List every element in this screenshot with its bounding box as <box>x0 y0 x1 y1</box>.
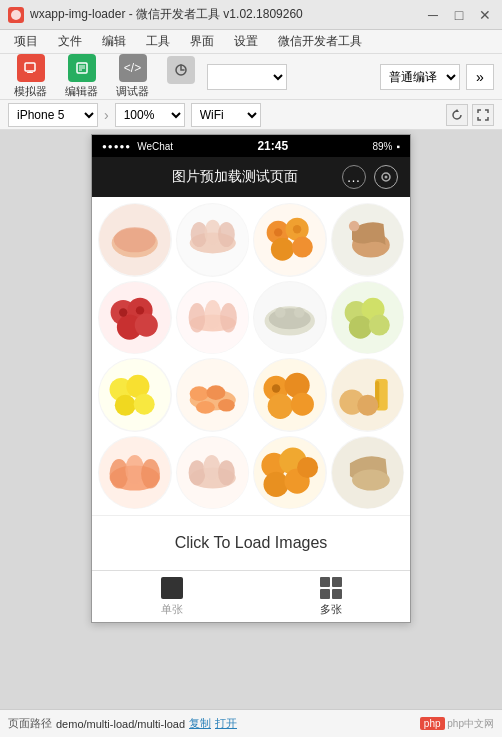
logo-text: php php中文网 <box>420 717 494 731</box>
editor-icon <box>68 54 96 82</box>
device-bar: iPhone 5 › 100% WiFi <box>0 100 502 130</box>
svg-point-35 <box>119 308 127 316</box>
svg-point-61 <box>195 401 214 414</box>
svg-point-66 <box>268 394 293 419</box>
nav-title: 图片预加载测试页面 <box>172 168 298 186</box>
menu-wechat-tools[interactable]: 微信开发者工具 <box>270 31 370 52</box>
signal-dots: ●●●●● <box>102 142 131 151</box>
compile-button[interactable]: - <box>161 52 201 102</box>
window-title: wxapp-img-loader - 微信开发者工具 v1.02.1809260 <box>30 6 303 23</box>
path-value: demo/multi-load/multi-load <box>56 718 185 730</box>
svg-rect-2 <box>27 72 33 73</box>
svg-point-82 <box>203 454 220 479</box>
network-select[interactable]: WiFi <box>191 103 261 127</box>
food-image-11 <box>253 358 327 432</box>
svg-point-67 <box>291 393 314 416</box>
svg-point-62 <box>218 399 235 412</box>
food-image-4 <box>331 203 405 277</box>
phone-tab-bar: 单张 多张 <box>92 570 410 622</box>
compile-icon <box>167 56 195 84</box>
svg-point-51 <box>368 314 389 335</box>
status-time: 21:45 <box>257 139 288 153</box>
svg-point-40 <box>204 299 221 328</box>
phone-status-bar: ●●●●● WeChat 21:45 89% ▪ <box>92 135 410 157</box>
menu-interface[interactable]: 界面 <box>182 31 222 52</box>
svg-point-56 <box>134 394 155 415</box>
food-image-12 <box>331 358 405 432</box>
tab-single[interactable]: 单张 <box>92 571 251 622</box>
menu-edit[interactable]: 编辑 <box>94 31 134 52</box>
simulator-button[interactable]: 模拟器 <box>8 50 53 103</box>
fullscreen-button[interactable] <box>472 104 494 126</box>
window-controls: ─ □ ✕ <box>424 6 494 24</box>
battery-pct: 89% <box>372 141 392 152</box>
svg-point-83 <box>218 460 235 485</box>
battery-icon: ▪ <box>396 141 400 152</box>
svg-point-89 <box>297 457 318 478</box>
zoom-select[interactable]: 100% <box>115 103 185 127</box>
device-select[interactable]: iPhone 5 <box>8 103 98 127</box>
editor-button[interactable]: 编辑器 <box>59 50 104 103</box>
svg-point-91 <box>352 469 390 490</box>
simulator-area: ●●●●● WeChat 21:45 89% ▪ 图片预加载测试页面 … <box>0 130 502 709</box>
title-bar: wxapp-img-loader - 微信开发者工具 v1.02.1809260… <box>0 0 502 30</box>
svg-point-78 <box>141 459 160 488</box>
food-image-2 <box>176 203 250 277</box>
tab-multi-label: 多张 <box>320 602 342 617</box>
single-icon <box>161 577 183 599</box>
tab-multi[interactable]: 多张 <box>251 571 410 622</box>
nav-circle-button[interactable] <box>374 165 398 189</box>
food-image-7 <box>253 281 327 355</box>
compile-dropdown[interactable] <box>207 64 287 90</box>
svg-point-0 <box>11 10 21 20</box>
image-grid <box>92 197 410 515</box>
path-label: 页面路径 <box>8 716 52 731</box>
menu-tools[interactable]: 工具 <box>138 31 178 52</box>
simulator-label: 模拟器 <box>14 84 47 99</box>
svg-point-68 <box>272 384 280 392</box>
svg-point-23 <box>271 238 294 261</box>
debugger-icon: </> <box>119 54 147 82</box>
svg-point-11 <box>385 176 388 179</box>
svg-point-76 <box>110 459 129 488</box>
phone-nav-bar: 图片预加载测试页面 … <box>92 157 410 197</box>
svg-point-46 <box>294 307 305 318</box>
tab-single-label: 单张 <box>161 602 183 617</box>
toolbar: 模拟器 编辑器 </> 调试器 - 普通编译 <box>0 54 502 100</box>
svg-point-81 <box>188 460 205 485</box>
expand-toolbar-button[interactable]: » <box>466 64 494 90</box>
svg-point-50 <box>348 315 371 338</box>
minimize-button[interactable]: ─ <box>424 6 442 24</box>
svg-rect-1 <box>25 63 35 71</box>
svg-point-55 <box>115 395 136 416</box>
svg-point-14 <box>114 227 156 252</box>
menu-settings[interactable]: 设置 <box>226 31 266 52</box>
open-link[interactable]: 打开 <box>215 716 237 731</box>
food-image-3 <box>253 203 327 277</box>
nav-more-button[interactable]: … <box>342 165 366 189</box>
debugger-button[interactable]: </> 调试器 <box>110 50 155 103</box>
svg-point-59 <box>189 386 208 401</box>
rotate-button[interactable] <box>446 104 468 126</box>
simulator-icon <box>17 54 45 82</box>
svg-point-24 <box>292 237 313 258</box>
svg-point-20 <box>254 204 325 275</box>
svg-point-77 <box>125 454 144 483</box>
menu-project[interactable]: 项目 <box>6 31 46 52</box>
editor-label: 编辑器 <box>65 84 98 99</box>
svg-point-29 <box>348 221 359 232</box>
svg-point-44 <box>269 308 311 329</box>
close-button[interactable]: ✕ <box>476 6 494 24</box>
copy-link[interactable]: 复制 <box>189 716 211 731</box>
maximize-button[interactable]: □ <box>450 6 468 24</box>
menu-file[interactable]: 文件 <box>50 31 90 52</box>
svg-point-25 <box>274 228 282 236</box>
food-image-8 <box>331 281 405 355</box>
phone-content[interactable]: Click To Load Images 单张 多张 <box>92 197 410 622</box>
status-footer: 页面路径 demo/multi-load/multi-load 复制 打开 ph… <box>0 709 502 737</box>
mode-select[interactable]: 普通编译 <box>380 64 460 90</box>
svg-point-36 <box>136 306 144 314</box>
svg-point-41 <box>220 303 237 332</box>
load-images-button[interactable]: Click To Load Images <box>155 526 348 560</box>
svg-point-39 <box>188 303 205 332</box>
